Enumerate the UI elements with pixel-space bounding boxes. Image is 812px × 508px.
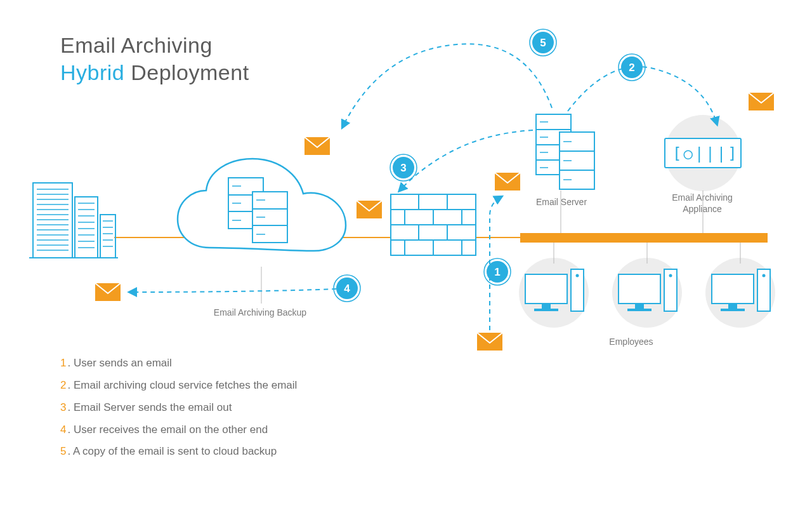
badge-2: 2 (619, 54, 645, 81)
svg-point-86 (763, 274, 766, 277)
svg-point-76 (576, 274, 579, 277)
diagram-canvas: Email Archiving Hybrid Deployment Email … (0, 0, 812, 508)
envelope-icon-step5 (304, 137, 330, 155)
email-server-icon (536, 114, 594, 189)
svg-text:[○|||]: [○|||] (672, 145, 739, 163)
envelope-icon-step4 (95, 283, 121, 301)
cloud-icon (178, 159, 346, 251)
svg-rect-73 (542, 304, 551, 309)
svg-text:4: 4 (344, 283, 350, 295)
svg-rect-72 (525, 274, 567, 304)
svg-point-81 (669, 274, 672, 277)
envelope-icon-step1 (477, 333, 502, 351)
svg-rect-77 (619, 274, 660, 304)
backbone-bar (520, 233, 768, 243)
svg-rect-14 (75, 197, 98, 258)
svg-text:2: 2 (629, 62, 634, 74)
badge-1: 1 (484, 258, 511, 285)
firewall-icon (391, 194, 476, 255)
badge-4: 4 (334, 275, 360, 302)
envelope-icon-near-server (495, 173, 520, 190)
svg-rect-79 (627, 309, 652, 311)
svg-text:1: 1 (494, 266, 500, 278)
badge-5: 5 (530, 29, 556, 56)
svg-rect-84 (721, 309, 745, 311)
buildings-icon (29, 183, 118, 258)
svg-rect-78 (635, 304, 644, 309)
diagram-svg: [○|||] (0, 0, 812, 508)
svg-rect-83 (728, 304, 737, 309)
svg-text:5: 5 (540, 37, 546, 49)
badge-3: 3 (390, 154, 417, 181)
flow-arrow-4 (130, 289, 336, 292)
appliance-icon: [○|||] (665, 138, 741, 168)
svg-rect-74 (534, 309, 558, 311)
flow-arrow-5 (343, 44, 552, 127)
svg-rect-82 (712, 274, 754, 304)
envelope-icon-step3 (357, 201, 382, 218)
svg-text:3: 3 (400, 162, 406, 174)
envelope-icon-step2 (749, 93, 774, 110)
